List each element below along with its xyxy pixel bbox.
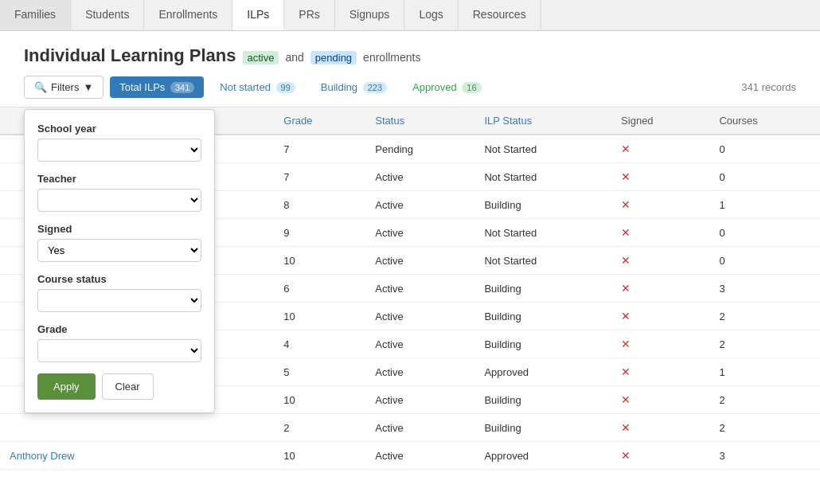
- status-cell: Active: [365, 442, 474, 470]
- x-icon: ✕: [621, 310, 631, 322]
- ilp-status-cell: Building: [474, 303, 611, 330]
- ilp-status-cell: Not Started: [474, 163, 611, 191]
- x-icon: ✕: [621, 170, 631, 183]
- tab-not-started-label: Not started: [220, 81, 271, 93]
- ilp-status-cell: Building: [474, 414, 611, 442]
- status-cell: Active: [365, 330, 474, 358]
- table-row: 2ActiveBuilding✕2: [0, 414, 820, 442]
- tab-not-started[interactable]: Not started 99: [210, 76, 304, 98]
- school-year-select[interactable]: [37, 139, 201, 162]
- status-cell: Active: [365, 275, 474, 303]
- nav-resources[interactable]: Resources: [459, 0, 541, 30]
- top-nav: Families Students Enrollments ILPs PRs S…: [0, 0, 820, 31]
- course-status-select[interactable]: [37, 289, 201, 312]
- col-courses: Courses: [709, 107, 820, 135]
- filter-teacher-group: Teacher: [37, 173, 201, 212]
- status-cell: Active: [365, 191, 474, 219]
- signed-cell: ✕: [611, 386, 709, 414]
- nav-families[interactable]: Families: [0, 0, 71, 30]
- x-icon: ✕: [621, 226, 631, 239]
- subtitle-text: enrollments: [363, 51, 420, 64]
- tab-building[interactable]: Building 223: [311, 76, 396, 98]
- courses-cell: 0: [709, 163, 820, 191]
- school-year-label: School year: [37, 123, 201, 135]
- col-status[interactable]: Status: [365, 107, 474, 135]
- tab-total-ilps-label: Total ILPs: [119, 81, 165, 93]
- grade-cell: 8: [274, 191, 365, 219]
- grade-cell: 9: [274, 219, 365, 247]
- ilp-status-cell: Building: [474, 330, 611, 358]
- x-icon: ✕: [621, 282, 631, 295]
- grade-cell: 7: [274, 135, 365, 163]
- ilp-status-cell: Approved: [474, 442, 611, 470]
- status-cell: Active: [365, 386, 474, 414]
- teacher-select[interactable]: [37, 189, 201, 212]
- nav-students[interactable]: Students: [71, 0, 144, 30]
- signed-select[interactable]: Yes No: [37, 239, 201, 262]
- signed-cell: ✕: [611, 191, 709, 219]
- status-cell: Pending: [365, 135, 474, 163]
- nav-signups[interactable]: Signups: [335, 0, 405, 30]
- ilp-status-cell: Building: [474, 191, 611, 219]
- x-icon: ✕: [621, 393, 631, 406]
- nav-prs[interactable]: PRs: [284, 0, 334, 30]
- pending-badge: pending: [310, 51, 357, 64]
- courses-cell: 2: [709, 303, 820, 330]
- x-icon: ✕: [621, 338, 631, 350]
- grade-cell: 10: [274, 303, 365, 330]
- chevron-down-icon: ▼: [83, 81, 93, 93]
- filter-course-status-group: Course status: [37, 273, 201, 312]
- grade-cell: 10: [274, 442, 365, 470]
- signed-label: Signed: [37, 223, 201, 235]
- courses-cell: 2: [709, 386, 820, 414]
- x-icon: ✕: [621, 421, 631, 434]
- status-cell: Active: [365, 414, 474, 442]
- tab-not-started-count: 99: [276, 82, 295, 93]
- filter-grade-group: Grade: [37, 323, 201, 362]
- status-cell: Active: [365, 163, 474, 191]
- clear-button[interactable]: Clear: [102, 373, 154, 400]
- tab-total-ilps[interactable]: Total ILPs 341: [110, 76, 204, 98]
- grade-cell: 10: [274, 247, 365, 275]
- tab-approved-count: 16: [462, 82, 481, 93]
- x-icon: ✕: [621, 365, 631, 378]
- student-name-cell[interactable]: Anthony Drew: [0, 442, 274, 470]
- tab-approved-label: Approved: [412, 81, 457, 93]
- signed-cell: ✕: [611, 414, 709, 442]
- x-icon: ✕: [621, 143, 631, 155]
- toolbar: 🔍 Filters ▼ Total ILPs 341 Not started 9…: [0, 76, 820, 107]
- page-header: Individual Learning Plans active and pen…: [0, 31, 820, 76]
- grade-cell: 4: [274, 330, 365, 358]
- signed-cell: ✕: [611, 135, 709, 163]
- search-icon: 🔍: [34, 81, 47, 93]
- ilp-status-cell: Not Started: [474, 247, 611, 275]
- nav-enrollments[interactable]: Enrollments: [144, 0, 232, 30]
- status-cell: Active: [365, 358, 474, 386]
- courses-cell: 1: [709, 191, 820, 219]
- signed-cell: ✕: [611, 303, 709, 330]
- courses-cell: 2: [709, 414, 820, 442]
- status-cell: Active: [365, 303, 474, 330]
- grade-label: Grade: [37, 323, 201, 335]
- x-icon: ✕: [621, 198, 631, 211]
- page-title: Individual Learning Plans: [24, 45, 236, 66]
- grade-select[interactable]: [37, 339, 201, 362]
- courses-cell: 3: [709, 442, 820, 470]
- apply-button[interactable]: Apply: [37, 373, 96, 400]
- filter-signed-group: Signed Yes No: [37, 223, 201, 262]
- nav-logs[interactable]: Logs: [404, 0, 458, 30]
- course-status-label: Course status: [37, 273, 201, 285]
- student-name-cell[interactable]: [0, 414, 274, 442]
- ilp-status-cell: Not Started: [474, 135, 611, 163]
- nav-ilps[interactable]: ILPs: [232, 0, 284, 30]
- grade-cell: 6: [274, 275, 365, 303]
- filters-button[interactable]: 🔍 Filters ▼: [24, 76, 103, 99]
- tab-approved[interactable]: Approved 16: [403, 76, 491, 98]
- grade-cell: 5: [274, 358, 365, 386]
- col-grade[interactable]: Grade: [274, 107, 365, 135]
- col-signed: Signed: [611, 107, 709, 135]
- col-ilp-status[interactable]: ILP Status: [474, 107, 611, 135]
- ilp-status-cell: Approved: [474, 358, 611, 386]
- signed-cell: ✕: [611, 275, 709, 303]
- courses-cell: 1: [709, 358, 820, 386]
